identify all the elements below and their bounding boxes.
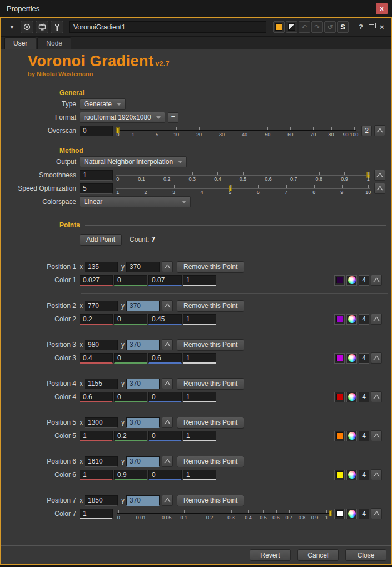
four-channels-button[interactable]: 4 [359, 509, 369, 519]
speed-curve-button[interactable] [374, 183, 385, 194]
redo-button[interactable]: ↷ [311, 21, 323, 33]
color-wheel-button[interactable] [346, 470, 357, 480]
color-wheel-button[interactable] [346, 392, 357, 402]
position-curve-button[interactable] [162, 339, 173, 350]
tab-node[interactable]: Node [37, 37, 71, 49]
center-node-button[interactable] [21, 21, 33, 33]
tab-user[interactable]: User [4, 37, 36, 49]
monitor-button[interactable] [36, 21, 48, 33]
position-y-input[interactable] [126, 417, 160, 428]
color-a-input[interactable] [183, 392, 216, 402]
position-curve-button[interactable] [162, 456, 173, 467]
position-y-input[interactable] [126, 262, 160, 272]
color-value-input[interactable] [80, 509, 113, 519]
remove-point-button[interactable]: Remove this Point [177, 495, 244, 506]
color-b-input[interactable] [148, 470, 182, 480]
overscan-slider[interactable]: 015102030405060708090100 [116, 124, 356, 137]
color-g-input[interactable] [114, 431, 147, 441]
color-g-input[interactable] [114, 353, 147, 364]
color-swatch-button[interactable] [334, 275, 345, 286]
color-r-input[interactable] [80, 392, 113, 402]
color-g-input[interactable] [114, 392, 147, 402]
color-curve-button[interactable] [371, 314, 382, 325]
color-wheel-button[interactable] [346, 509, 357, 519]
position-y-input[interactable] [126, 340, 160, 350]
four-channels-button[interactable]: 4 [359, 392, 369, 402]
color-g-input[interactable] [114, 470, 147, 480]
four-channels-button[interactable]: 4 [359, 353, 369, 364]
remove-point-button[interactable]: Remove this Point [177, 456, 244, 467]
color-b-input[interactable] [148, 392, 182, 402]
color-slider[interactable]: 00.010.050.10.20.30.40.50.60.70.80.91 [117, 507, 332, 520]
color-swatch-button[interactable] [334, 431, 345, 441]
cancel-button[interactable]: Cancel [297, 549, 339, 561]
color-curve-button[interactable] [371, 508, 382, 519]
color-curve-button[interactable] [371, 352, 382, 364]
position-y-input[interactable] [126, 495, 160, 506]
remove-point-button[interactable]: Remove this Point [177, 300, 244, 312]
color-curve-button[interactable] [371, 391, 382, 402]
four-channels-button[interactable]: 4 [359, 314, 369, 325]
color-r-input[interactable] [80, 470, 113, 480]
position-x-input[interactable] [85, 340, 118, 350]
close-panel-icon[interactable]: × [380, 23, 384, 31]
format-dropdown[interactable]: root.format 1920x1080 [80, 112, 165, 123]
color-wheel-button[interactable] [346, 431, 357, 441]
window-close-button[interactable]: x [376, 3, 388, 14]
smoothness-input[interactable] [80, 170, 113, 181]
format-equals-button[interactable]: = [168, 112, 178, 123]
color-b-input[interactable] [148, 431, 182, 441]
node-color-button[interactable] [273, 21, 285, 33]
color-a-input[interactable] [183, 275, 216, 286]
position-curve-button[interactable] [162, 300, 173, 311]
position-y-input[interactable] [126, 301, 160, 311]
position-y-input[interactable] [126, 456, 160, 467]
four-channels-button[interactable]: 4 [359, 470, 369, 480]
help-icon[interactable]: ? [359, 23, 363, 31]
script-button[interactable]: S [337, 21, 349, 33]
position-x-input[interactable] [85, 301, 118, 311]
color-a-input[interactable] [183, 470, 216, 480]
color-b-input[interactable] [148, 275, 182, 286]
remove-point-button[interactable]: Remove this Point [177, 339, 244, 351]
output-dropdown[interactable]: Natural Neighbor Interpolation [80, 156, 187, 167]
four-channels-button[interactable]: 4 [359, 275, 369, 286]
color-swatch-button[interactable] [334, 470, 345, 480]
position-x-input[interactable] [85, 262, 118, 272]
color-a-input[interactable] [183, 353, 216, 364]
position-x-input[interactable] [85, 495, 118, 506]
smoothness-slider[interactable]: 00.10.20.30.40.50.60.70.80.91 [116, 168, 370, 182]
speed-optimization-slider[interactable]: 12345678910 [116, 182, 370, 195]
four-channels-button[interactable]: 4 [359, 431, 369, 441]
color-swatch-button[interactable] [334, 509, 345, 519]
overscan-extra-value[interactable]: 2 [361, 126, 372, 136]
color-g-input[interactable] [114, 314, 147, 325]
color-wheel-button[interactable] [346, 314, 357, 325]
color-r-input[interactable] [80, 275, 113, 286]
float-panel-icon[interactable] [369, 24, 374, 29]
color-curve-button[interactable] [371, 430, 382, 441]
color-wheel-button[interactable] [346, 275, 357, 286]
color-curve-button[interactable] [371, 469, 382, 480]
overscan-input[interactable] [80, 126, 113, 136]
panel-menu-icon[interactable]: ▼ [6, 21, 18, 33]
position-x-input[interactable] [85, 456, 118, 467]
color-curve-button[interactable] [371, 275, 382, 286]
remove-point-button[interactable]: Remove this Point [177, 417, 244, 429]
position-curve-button[interactable] [162, 261, 173, 272]
color-r-input[interactable] [80, 314, 113, 325]
position-curve-button[interactable] [162, 417, 173, 428]
add-point-button[interactable]: Add Point [80, 234, 122, 246]
color-swatch-button[interactable] [334, 353, 345, 364]
position-x-input[interactable] [85, 379, 118, 389]
position-y-input[interactable] [126, 379, 160, 389]
position-x-input[interactable] [85, 417, 118, 428]
color-r-input[interactable] [80, 431, 113, 441]
remove-point-button[interactable]: Remove this Point [177, 261, 244, 273]
node-name-input[interactable] [69, 21, 266, 33]
color-b-input[interactable] [148, 314, 182, 325]
gl-color-button[interactable] [286, 21, 297, 33]
color-b-input[interactable] [148, 353, 182, 364]
undo-button[interactable]: ↶ [299, 21, 310, 33]
type-dropdown[interactable]: Generate [80, 98, 126, 110]
